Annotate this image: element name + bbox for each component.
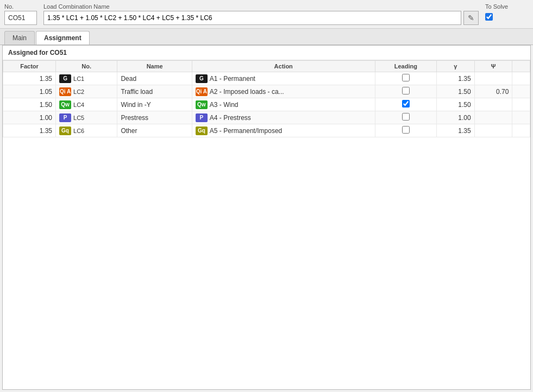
- action-text: A2 - Imposed loads - ca...: [210, 88, 284, 96]
- gamma-cell: 1.00: [437, 111, 475, 124]
- action-badge: G: [196, 74, 208, 83]
- lc-text: LC1: [73, 75, 84, 82]
- table-row: 1.50QwLC4Wind in -YQwA3 - Wind1.50: [3, 98, 530, 111]
- action-badge: Qw: [196, 100, 208, 109]
- leading-checkbox[interactable]: [402, 87, 410, 94]
- lc-text: LC4: [73, 102, 84, 108]
- leading-cell[interactable]: [375, 85, 436, 98]
- assignments-table: Factor No. Name Action Leading γ Ψ 1.35G…: [3, 60, 530, 137]
- name-cell: Prestress: [117, 111, 192, 124]
- tab-main[interactable]: Main: [4, 31, 35, 45]
- action-cell: GA1 - Permanent: [192, 72, 375, 85]
- lc-badge: Qi A: [59, 87, 71, 96]
- name-cell: Other: [117, 124, 192, 137]
- col-extra: [512, 61, 530, 72]
- action-cell: QwA3 - Wind: [192, 98, 375, 111]
- action-cell: GqA5 - Permanent/Imposed: [192, 124, 375, 137]
- action-text: A3 - Wind: [210, 101, 239, 109]
- action-badge: P: [196, 113, 208, 122]
- action-text: A5 - Permanent/Imposed: [210, 127, 282, 135]
- factor-cell: 1.50: [3, 98, 56, 111]
- no-cell: Qi ALC2: [56, 85, 117, 98]
- col-factor: Factor: [3, 61, 56, 72]
- leading-checkbox[interactable]: [402, 74, 410, 81]
- lc-badge: Qw: [59, 100, 71, 109]
- action-cell: Qi AA2 - Imposed loads - ca...: [192, 85, 375, 98]
- edit-button[interactable]: ✎: [463, 11, 479, 25]
- main-container: No. CO51 Load Combination Name ✎ To Solv…: [0, 0, 533, 392]
- no-cell: QwLC4: [56, 98, 117, 111]
- no-label: No.: [4, 3, 37, 10]
- leading-checkbox[interactable]: [402, 113, 410, 121]
- factor-cell: 1.35: [3, 72, 56, 85]
- gamma-cell: 1.35: [437, 124, 475, 137]
- extra-cell: [512, 124, 530, 137]
- no-section: No. CO51: [4, 3, 37, 25]
- psi-cell: [474, 124, 512, 137]
- no-cell: GqLC6: [56, 124, 117, 137]
- combo-name-input[interactable]: [43, 11, 461, 25]
- factor-cell: 1.35: [3, 124, 56, 137]
- action-cell: PA4 - Prestress: [192, 111, 375, 124]
- col-action: Action: [192, 61, 375, 72]
- extra-cell: [512, 85, 530, 98]
- name-cell: Dead: [117, 72, 192, 85]
- extra-cell: [512, 72, 530, 85]
- factor-cell: 1.05: [3, 85, 56, 98]
- combo-name-input-row: ✎: [43, 11, 479, 25]
- psi-cell: [474, 111, 512, 124]
- lc-badge: G: [59, 74, 71, 83]
- leading-checkbox[interactable]: [402, 126, 410, 134]
- edit-icon: ✎: [468, 14, 474, 22]
- table-row: 1.00PLC5PrestressPA4 - Prestress1.00: [3, 111, 530, 124]
- content-panel: Assigned for CO51 Factor No. Name Action…: [2, 45, 531, 390]
- psi-cell: 0.70: [474, 85, 512, 98]
- factor-cell: 1.00: [3, 111, 56, 124]
- combo-name-section: Load Combination Name ✎: [43, 3, 479, 25]
- lc-badge: P: [59, 113, 71, 122]
- col-name: Name: [117, 61, 192, 72]
- tabs-bar: Main Assignment: [0, 29, 533, 45]
- lc-badge: Gq: [59, 127, 71, 135]
- no-cell: PLC5: [56, 111, 117, 124]
- to-solve-section: To Solve: [485, 3, 529, 25]
- gamma-cell: 1.50: [437, 98, 475, 111]
- col-leading: Leading: [375, 61, 436, 72]
- col-psi: Ψ: [474, 61, 512, 72]
- assigned-header: Assigned for CO51: [3, 46, 530, 60]
- action-text: A4 - Prestress: [210, 114, 251, 122]
- name-cell: Traffic load: [117, 85, 192, 98]
- psi-cell: [474, 72, 512, 85]
- lc-text: LC2: [73, 88, 84, 95]
- table-row: 1.35GqLC6OtherGqA5 - Permanent/Imposed1.…: [3, 124, 530, 137]
- no-cell: GLC1: [56, 72, 117, 85]
- table-row: 1.35GLC1DeadGA1 - Permanent1.35: [3, 72, 530, 85]
- leading-cell[interactable]: [375, 98, 436, 111]
- top-bar: No. CO51 Load Combination Name ✎ To Solv…: [0, 0, 533, 29]
- action-badge: Gq: [196, 127, 208, 135]
- leading-cell[interactable]: [375, 111, 436, 124]
- no-value: CO51: [4, 11, 37, 25]
- gamma-cell: 1.50: [437, 85, 475, 98]
- tab-assignment[interactable]: Assignment: [36, 31, 90, 45]
- col-gamma: γ: [437, 61, 475, 72]
- lc-text: LC5: [73, 115, 84, 121]
- leading-cell[interactable]: [375, 124, 436, 137]
- name-cell: Wind in -Y: [117, 98, 192, 111]
- table-row: 1.05Qi ALC2Traffic loadQi AA2 - Imposed …: [3, 85, 530, 98]
- gamma-cell: 1.35: [437, 72, 475, 85]
- action-text: A1 - Permanent: [210, 75, 255, 83]
- combo-name-label: Load Combination Name: [43, 3, 479, 10]
- psi-cell: [474, 98, 512, 111]
- extra-cell: [512, 98, 530, 111]
- lc-text: LC6: [73, 128, 84, 134]
- leading-cell[interactable]: [375, 72, 436, 85]
- action-badge: Qi A: [196, 87, 208, 96]
- to-solve-checkbox[interactable]: [485, 13, 493, 21]
- table-header-row: Factor No. Name Action Leading γ Ψ: [3, 61, 530, 72]
- col-no: No.: [56, 61, 117, 72]
- leading-checkbox[interactable]: [402, 100, 410, 108]
- extra-cell: [512, 111, 530, 124]
- to-solve-label: To Solve: [485, 3, 529, 10]
